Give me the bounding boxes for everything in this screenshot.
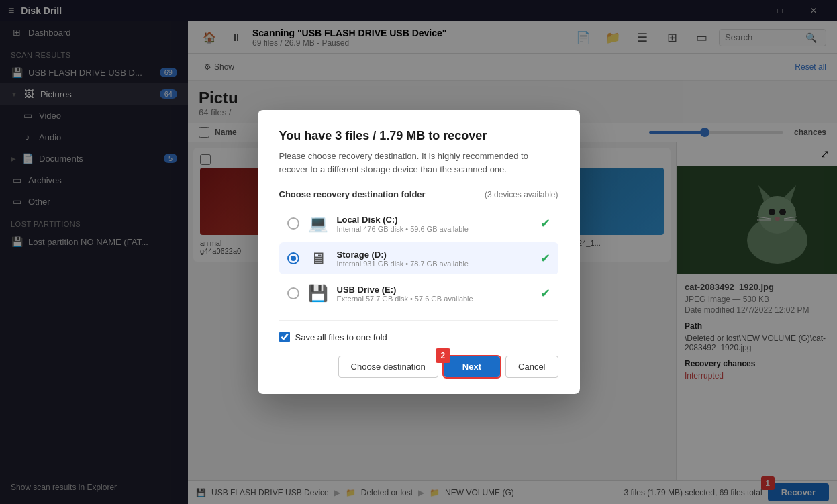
- device-info-local-c: Local Disk (C:) Internal 476 GB disk • 5…: [337, 215, 532, 233]
- device-radio-storage-d[interactable]: [287, 252, 299, 264]
- modal-checkbox-row: Save all files to one fold: [279, 332, 558, 342]
- modal-section-header: Choose recovery destination folder (3 de…: [279, 189, 558, 199]
- usb-e-check-icon: ✔: [540, 286, 550, 301]
- local-c-icon: 💻: [307, 214, 329, 233]
- next-label: Next: [462, 362, 481, 372]
- modal-section-label: Choose recovery destination folder: [279, 189, 426, 199]
- choose-destination-button[interactable]: Choose destination: [338, 356, 438, 378]
- modal-overlay: You have 3 files / 1.79 MB to recover Pl…: [0, 0, 837, 504]
- device-option-local-c[interactable]: 💻 Local Disk (C:) Internal 476 GB disk •…: [279, 207, 558, 240]
- storage-d-meta: Internal 931 GB disk • 78.7 GB available: [337, 260, 532, 268]
- modal-devices-count: (3 devices available): [485, 190, 558, 199]
- device-info-usb-e: USB Drive (E:) External 57.7 GB disk • 5…: [337, 285, 532, 303]
- device-info-storage-d: Storage (D:) Internal 931 GB disk • 78.7…: [337, 250, 532, 268]
- modal-description: Please choose recovery destination. It i…: [279, 150, 558, 176]
- device-radio-local-c[interactable]: [287, 217, 299, 230]
- cancel-button[interactable]: Cancel: [505, 356, 558, 378]
- next-step-badge: 2: [436, 348, 450, 363]
- device-radio-usb-e[interactable]: [287, 287, 299, 299]
- modal-actions: Choose destination 2 Next Cancel: [279, 356, 558, 378]
- storage-d-name: Storage (D:): [337, 250, 532, 260]
- recovery-modal: You have 3 files / 1.79 MB to recover Pl…: [258, 110, 580, 394]
- local-c-name: Local Disk (C:): [337, 215, 532, 225]
- modal-title: You have 3 files / 1.79 MB to recover: [279, 129, 558, 143]
- storage-d-check-icon: ✔: [540, 251, 550, 266]
- save-all-label: Save all files to one fold: [295, 332, 387, 342]
- device-option-storage-d[interactable]: 🖥 Storage (D:) Internal 931 GB disk • 78…: [279, 242, 558, 274]
- device-option-usb-e[interactable]: 💾 USB Drive (E:) External 57.7 GB disk •…: [279, 277, 558, 309]
- usb-e-name: USB Drive (E:): [337, 285, 532, 295]
- storage-d-icon: 🖥: [307, 249, 329, 268]
- local-c-check-icon: ✔: [540, 216, 550, 231]
- next-button[interactable]: 2 Next: [444, 356, 500, 377]
- save-all-checkbox[interactable]: [279, 332, 290, 342]
- modal-divider: [279, 320, 558, 321]
- usb-e-icon: 💾: [307, 284, 329, 303]
- usb-e-meta: External 57.7 GB disk • 57.6 GB availabl…: [337, 295, 532, 303]
- local-c-meta: Internal 476 GB disk • 59.6 GB available: [337, 225, 532, 233]
